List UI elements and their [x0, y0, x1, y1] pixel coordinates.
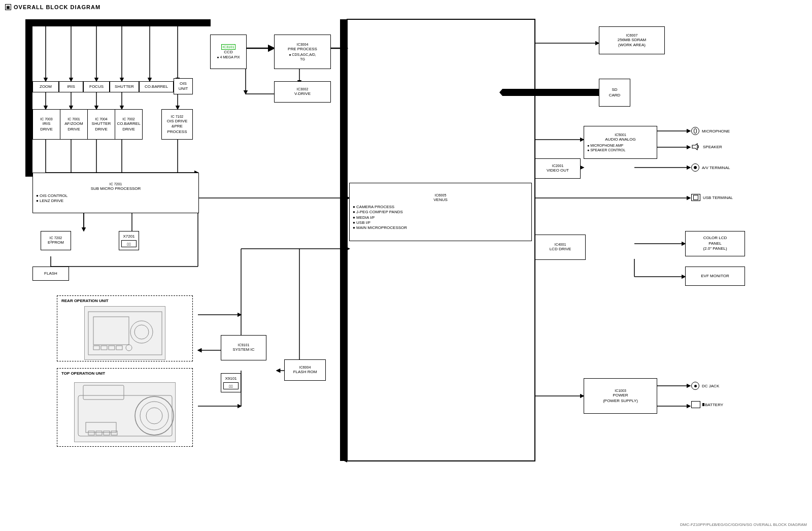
- svg-rect-70: [109, 346, 115, 350]
- svg-point-66: [130, 321, 153, 343]
- ic1003-id: IC1003: [615, 388, 626, 393]
- speaker-icon: [691, 143, 700, 150]
- ic7202-id: IC 7202: [50, 236, 62, 240]
- ois-unit-box: OIS UNIT: [174, 78, 193, 94]
- rear-camera-image: [84, 306, 165, 360]
- x9101-box: X9101 ▯▯: [221, 373, 241, 392]
- ic7004-box: IC 7004 SHUTTER DRIVE: [87, 109, 115, 140]
- ic6004-label: FLASH ROM: [293, 370, 317, 375]
- ic7002-box: IC 7002 CO.BARREL DRIVE: [115, 109, 143, 140]
- rear-camera-svg: [86, 309, 164, 357]
- ic7102-label: OIS DRIVE &PRE PROCESS: [167, 119, 187, 135]
- ic6007-label: 256MB SDRAM (WORK AREA): [618, 38, 646, 48]
- ic9101-label: SYSTEM IC: [232, 347, 254, 352]
- svg-rect-65: [93, 317, 129, 345]
- evf-label: EVF MONITOR: [701, 274, 729, 279]
- svg-rect-1: [25, 19, 211, 26]
- svg-rect-73: [78, 395, 172, 436]
- ic7102-box: IC 7102 OIS DRIVE &PRE PROCESS: [161, 109, 193, 140]
- ic7001-box: IC 7001 AF/ZOOM DRIVE: [60, 109, 88, 140]
- ic1003-box: IC1003 POWER (POWER SUPPLY): [584, 378, 657, 414]
- ic7102-id: IC 7102: [171, 114, 184, 119]
- ic1003-label: POWER (POWER SUPPLY): [603, 393, 638, 404]
- svg-marker-63: [344, 459, 347, 462]
- rear-op-label: REAR OPERATION UNIT: [61, 298, 109, 304]
- cobarrel-label: CO.BARREL: [145, 84, 168, 89]
- svg-marker-83: [692, 144, 697, 150]
- dc-jack-label: DC JACK: [702, 384, 719, 388]
- ic7001-id: IC 7001: [67, 117, 80, 121]
- ic7001-label: AF/ZOOM DRIVE: [64, 121, 83, 132]
- usb-terminal-icon: [691, 194, 700, 201]
- ic3101-box: IC3101 CCD ● 4 MEGA PIX: [210, 35, 247, 69]
- svg-rect-80: [96, 431, 102, 435]
- ic6007-box: IC6007 256MB SDRAM (WORK AREA): [599, 26, 665, 54]
- svg-rect-2: [340, 19, 347, 461]
- ic5001-label: AUDIO ANALOG: [605, 137, 635, 142]
- ic6007-id: IC6007: [626, 33, 638, 38]
- av-terminal-group: A/V TERMINAL: [691, 163, 730, 172]
- svg-rect-46: [502, 89, 599, 96]
- svg-marker-47: [499, 89, 502, 96]
- ic7004-id: IC 7004: [95, 117, 108, 121]
- microphone-group: MICROPHONE: [691, 127, 730, 135]
- dc-jack-group: DC JACK: [691, 382, 719, 390]
- ic3004-id: IC3004: [297, 42, 309, 47]
- svg-marker-39: [347, 247, 350, 250]
- usb-terminal-label: USB TERMINAL: [703, 195, 733, 200]
- evf-box: EVF MONITOR: [685, 267, 745, 286]
- sd-card-box: SD CARD: [599, 79, 630, 107]
- ic7201-box: IC 7201 SUB MICRO PROCESSOR OIS CONTROL …: [32, 173, 199, 213]
- battery-group: BATTERY: [691, 401, 723, 408]
- usb-terminal-group: USB TERMINAL: [691, 194, 733, 201]
- dc-jack-icon: [691, 382, 699, 390]
- x7201-label: X7201: [123, 234, 134, 239]
- diagram-connections: [0, 0, 812, 531]
- color-lcd-box: COLOR LCD PANEL (2.0" PANEL): [685, 231, 745, 256]
- x9101-crystal: ▯▯: [223, 382, 239, 389]
- top-op-label: TOP OPERATION UNIT: [61, 371, 105, 376]
- ic4001-box: IC4001 LCD DRIVE: [535, 235, 586, 260]
- svg-rect-74: [83, 385, 124, 400]
- ic7002-label: CO.BARREL DRIVE: [117, 121, 140, 132]
- ic3004-sub: ● CDS,AGC,A/D, TG: [289, 52, 316, 61]
- speaker-label: SPEAKER: [703, 145, 722, 149]
- ic7004-label: SHUTTER DRIVE: [92, 121, 111, 132]
- ic3101-sub: ● 4 MEGA PIX: [217, 55, 240, 59]
- ic7202-box: IC 7202 E²PROM: [41, 231, 71, 250]
- ic9101-id: IC9101: [238, 343, 250, 347]
- ic7003-label: IRIS DRIVE: [40, 121, 52, 132]
- battery-icon: [691, 401, 702, 408]
- ic7003-id: IC 7003: [40, 117, 53, 121]
- svg-rect-71: [116, 346, 122, 350]
- ic7201-id: IC 7201: [110, 182, 122, 186]
- svg-rect-79: [88, 431, 94, 435]
- focus-box: FOCUS: [83, 81, 110, 92]
- iris-label: IRIS: [67, 84, 75, 89]
- cobarrel-box: CO.BARREL: [139, 81, 174, 92]
- footer-text: DMC-FZ10PP/PL£B/EG/GC/GD/GN/SG OVERALL B…: [680, 522, 807, 527]
- microphone-icon: [691, 127, 699, 135]
- flash-label: FLASH: [44, 271, 57, 276]
- ic3002-label: V-DRIVE: [294, 91, 311, 96]
- ic6005-id: IC6005: [435, 193, 447, 197]
- zoom-box: ZOOM: [32, 81, 59, 92]
- title-icon: ▣: [5, 4, 11, 10]
- page-title: ▣ OVERALL BLOCK DIAGRAM: [5, 4, 100, 10]
- ic6005-items: CAMERA PROCESS J-PEG COMP/EP PANDS MEDIA…: [351, 205, 530, 231]
- ic3002-id: IC3002: [297, 87, 309, 91]
- focus-label: FOCUS: [89, 84, 104, 89]
- ic6004-box: IC6004 FLASH ROM: [284, 359, 326, 381]
- svg-rect-81: [104, 431, 110, 435]
- ic2001-box: IC2001 VIDEO OUT: [535, 158, 581, 179]
- ic7201-items: OIS CONTROL LENZ DRIVE: [34, 193, 197, 204]
- svg-point-77: [146, 408, 162, 424]
- shutter-label: SHUTTER: [115, 84, 134, 89]
- svg-point-76: [140, 402, 168, 430]
- ic5001-box: IC5001 AUDIO ANALOG MICROPHONE AMP SPEAK…: [584, 126, 657, 159]
- ois-label: OIS UNIT: [179, 81, 188, 92]
- ic6004-id: IC6004: [299, 365, 311, 370]
- sd-card-label: SD CARD: [609, 87, 621, 98]
- x7201-box: X7201 ▯▯: [119, 231, 139, 250]
- ic5001-items: MICROPHONE AMP SPEAKER CONTROL: [585, 143, 656, 152]
